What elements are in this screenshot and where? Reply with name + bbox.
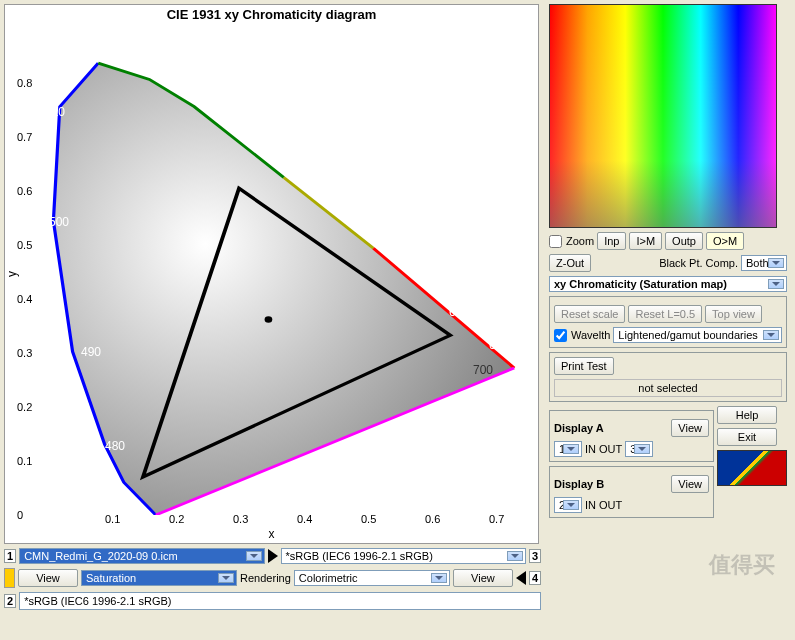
svg-point-0: [265, 316, 273, 323]
wavelth-checkbox[interactable]: Wavelth: [554, 329, 610, 342]
wavelth-dropdown[interactable]: Lightened/gamut boundaries: [613, 327, 782, 343]
display-b-in-dropdown[interactable]: 2: [554, 497, 582, 513]
chromaticity-chart: CIE 1931 xy Chromaticity diagram Input: …: [4, 4, 539, 544]
display-a-in-dropdown[interactable]: 1: [554, 441, 582, 457]
profile-2-field[interactable]: *sRGB (IEC6 1996-2.1 sRGB): [19, 592, 541, 610]
exit-button[interactable]: Exit: [717, 428, 777, 446]
inp-button[interactable]: Inp: [597, 232, 626, 250]
rendering-dropdown[interactable]: Colorimetric: [294, 570, 450, 586]
ytick: 0.3: [17, 347, 32, 359]
rendering-label: Rendering: [240, 572, 291, 584]
reset-scale-button[interactable]: Reset scale: [554, 305, 625, 323]
top-view-button[interactable]: Top view: [705, 305, 762, 323]
profile-1-dropdown[interactable]: CMN_Redmi_G_2020-09 0.icm: [19, 548, 264, 564]
ytick: 0: [17, 509, 23, 521]
blackpt-dropdown[interactable]: Both: [741, 255, 787, 271]
display-a-group: Display AView 1 IN OUT 3: [549, 410, 714, 462]
zoom-checkbox[interactable]: Zoom: [549, 235, 594, 248]
im-button[interactable]: I>M: [629, 232, 662, 250]
slot-2-label: 2: [4, 594, 16, 608]
ytick: 0.4: [17, 293, 32, 305]
display-b-group: Display BView 2 IN OUT: [549, 466, 714, 518]
slot-4-label: 4: [529, 571, 541, 585]
print-test-button[interactable]: Print Test: [554, 357, 614, 375]
print-group: Print Test not selected: [549, 352, 787, 402]
ytick: 0.7: [17, 131, 32, 143]
gamutvision-logo-icon: [717, 450, 787, 486]
view-button-right[interactable]: View: [453, 569, 513, 587]
ytick: 0.2: [17, 401, 32, 413]
blackpt-label: Black Pt. Comp.: [659, 257, 738, 269]
zout-button[interactable]: Z-Out: [549, 254, 591, 272]
not-selected-label: not selected: [554, 379, 782, 397]
ytick: 0.6: [17, 185, 32, 197]
ytick: 0.1: [17, 455, 32, 467]
display-b-view-button[interactable]: View: [671, 475, 709, 493]
watermark: 值得买: [709, 550, 775, 580]
chart-title: CIE 1931 xy Chromaticity diagram: [5, 7, 538, 22]
view-button-left[interactable]: View: [18, 569, 78, 587]
x-axis-label: x: [5, 527, 538, 541]
slot-3-label: 3: [529, 549, 541, 563]
saturation-dropdown[interactable]: Saturation: [81, 570, 237, 586]
ytick: 0.5: [17, 239, 32, 251]
slot-1-label: 1: [4, 549, 16, 563]
y-axis-label: y: [5, 271, 19, 277]
display-a-view-button[interactable]: View: [671, 419, 709, 437]
arrow-left-icon: [516, 571, 526, 585]
help-button[interactable]: Help: [717, 406, 777, 424]
arrow-down-icon: [4, 568, 15, 588]
arrow-right-icon: [268, 549, 278, 563]
outp-button[interactable]: Outp: [665, 232, 703, 250]
mode-dropdown[interactable]: xy Chromaticity (Saturation map): [549, 276, 787, 292]
om-button[interactable]: O>M: [706, 232, 744, 250]
ytick: 0.8: [17, 77, 32, 89]
display-a-out-dropdown[interactable]: 3: [625, 441, 653, 457]
spectrum-preview: [549, 4, 777, 228]
profile-3-dropdown[interactable]: *sRGB (IEC6 1996-2.1 sRGB): [281, 548, 526, 564]
scale-group: Reset scale Reset L=0.5 Top view Wavelth…: [549, 296, 787, 348]
reset-l-button[interactable]: Reset L=0.5: [628, 305, 702, 323]
